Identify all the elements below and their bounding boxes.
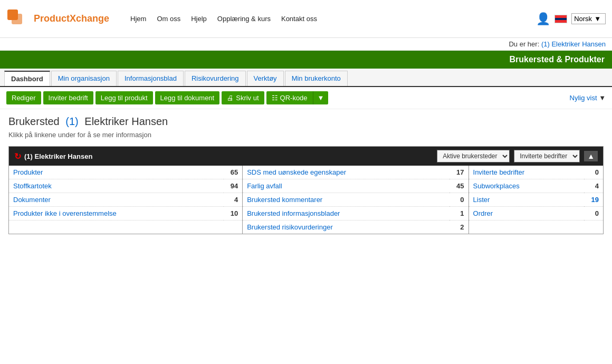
farlig-avfall-link[interactable]: Farlig avfall <box>247 182 282 190</box>
rediger-button[interactable]: Rediger <box>6 91 41 104</box>
inviterte-bedrifter-select[interactable]: Inviterte bedrifter <box>514 150 580 162</box>
tab-informasjonsblad[interactable]: Informasjonsblad <box>118 71 184 86</box>
page-title-number[interactable]: (1) <box>65 116 78 127</box>
logo: ProductXchange <box>6 8 109 30</box>
nav-hjelp[interactable]: Hjelp <box>191 15 207 23</box>
risikovurderinger-value: 2 <box>450 221 468 234</box>
kommentarer-link[interactable]: Brukersted kommentarer <box>247 196 322 204</box>
aktive-brukersteder-select[interactable]: Aktive brukersteder <box>437 150 510 162</box>
page-subtitle: Klikk på linkene under for å se mer info… <box>8 131 604 139</box>
you-are-here-bar: Du er her: (1) Elektriker Hansen <box>0 38 612 51</box>
lang-label: Norsk <box>574 15 592 23</box>
table-header-title: ↻ (1) Elektriker Hansen <box>14 151 433 161</box>
kommentarer-value: 0 <box>450 193 468 207</box>
tab-dashbord[interactable]: Dashbord <box>4 71 50 86</box>
tab-min-brukerkonto[interactable]: Min brukerkonto <box>285 71 348 86</box>
produkter-link[interactable]: Produkter <box>13 168 43 176</box>
data-rows-table: Produkter 65 SDS med uønskede egenskaper… <box>9 166 603 234</box>
infoblad-link[interactable]: Brukersted informasjonsblader <box>247 209 340 217</box>
ordrer-link[interactable]: Ordrer <box>473 209 493 217</box>
table-row: Brukersted risikovurderinger 2 <box>9 221 603 234</box>
tab-min-organisasjon[interactable]: Min organisasjon <box>51 71 117 86</box>
recently-viewed[interactable]: Nylig vist ▼ <box>570 94 606 102</box>
logo-brand: Product <box>34 13 70 24</box>
inviter-button[interactable]: Inviter bedrift <box>43 91 93 104</box>
skriv-ut-button[interactable]: 🖨 Skriv ut <box>222 91 264 104</box>
data-table-header: ↻ (1) Elektriker Hansen Aktive brukerste… <box>9 147 603 166</box>
legg-dok-button[interactable]: Legg til dokument <box>155 91 220 104</box>
tab-bar: Dashbord Min organisasjon Informasjonsbl… <box>0 69 612 87</box>
reload-icon[interactable]: ↻ <box>14 151 21 161</box>
inviterte-link[interactable]: Inviterte bedrifter <box>473 168 525 176</box>
produkter-ikke-link[interactable]: Produkter ikke i overenstemmelse <box>13 209 117 217</box>
toolbar: Rediger Inviter bedrift Legg til produkt… <box>0 87 612 109</box>
data-container: ↻ (1) Elektriker Hansen Aktive brukerste… <box>8 146 604 234</box>
lang-select[interactable]: Norsk ▼ <box>571 13 606 24</box>
table-title-text: (1) Elektriker Hansen <box>24 152 92 160</box>
skriv-ut-label: Skriv ut <box>236 94 259 102</box>
table-row: Produkter 65 SDS med uønskede egenskaper… <box>9 166 603 179</box>
nav-hjem[interactable]: Hjem <box>130 15 146 23</box>
user-icon: 👤 <box>536 12 550 26</box>
sds-value: 17 <box>450 166 468 179</box>
page-title: Brukersted (1) Elektriker Hansen <box>8 116 604 128</box>
dokumenter-link[interactable]: Dokumenter <box>13 196 51 204</box>
chevron-down-icon: ▼ <box>594 15 601 23</box>
qr-dropdown-button[interactable]: ▼ <box>313 91 329 104</box>
recently-viewed-label: Nylig vist <box>570 94 597 102</box>
sort-button[interactable]: ▲ <box>584 151 598 161</box>
nav-omoss[interactable]: Om oss <box>157 15 180 23</box>
risikovurderinger-link[interactable]: Brukersted risikovurderinger <box>247 223 333 231</box>
qr-icon: ☷ <box>272 94 278 102</box>
infoblad-value: 1 <box>450 207 468 221</box>
sds-link[interactable]: SDS med uønskede egenskaper <box>247 168 346 176</box>
inviterte-value: 0 <box>584 166 603 179</box>
you-are-here-link[interactable]: (1) Elektriker Hansen <box>541 40 606 48</box>
table-row: Stoffkartotek 94 Farlig avfall 45 Subwor… <box>9 179 603 193</box>
farlig-avfall-value: 45 <box>450 179 468 193</box>
subworkplaces-link[interactable]: Subworkplaces <box>473 182 520 190</box>
lister-value: 19 <box>584 193 603 207</box>
printer-icon: 🖨 <box>227 94 234 102</box>
logo-brand2: Xchange <box>70 13 109 24</box>
flag-icon <box>554 15 567 23</box>
table-row: Dokumenter 4 Brukersted kommentarer 0 Li… <box>9 193 603 207</box>
header: ProductXchange Hjem Om oss Hjelp Opplæri… <box>0 0 612 38</box>
svg-rect-1 <box>12 14 22 24</box>
tab-risikovurdering[interactable]: Risikovurdering <box>185 71 246 86</box>
tab-verktoy[interactable]: Verktøy <box>247 71 284 86</box>
title-bar-text: Brukersted & Produkter <box>510 55 605 64</box>
header-right: 👤 Norsk ▼ <box>536 12 606 26</box>
dokumenter-value: 4 <box>224 193 243 207</box>
nav-opplaring[interactable]: Opplæring & kurs <box>217 15 271 23</box>
main-content: Brukersted (1) Elektriker Hansen Klikk p… <box>0 109 612 241</box>
lister-link[interactable]: Lister <box>473 196 490 204</box>
stoffkartotek-value: 94 <box>224 179 243 193</box>
nav-kontakt[interactable]: Kontakt oss <box>281 15 317 23</box>
produkter-ikke-value: 10 <box>224 207 243 221</box>
qr-kode-label: QR-kode <box>280 94 308 102</box>
title-bar: Brukersted & Produkter <box>0 51 612 69</box>
logo-icon <box>6 8 31 30</box>
page-title-prefix: Brukersted <box>8 116 60 127</box>
page-title-name: Elektriker Hansen <box>84 116 168 127</box>
qr-kode-button[interactable]: ☷ QR-kode <box>266 91 313 104</box>
ordrer-value: 0 <box>584 207 603 221</box>
subworkplaces-value: 4 <box>584 179 603 193</box>
stoffkartotek-link[interactable]: Stoffkartotek <box>13 182 52 190</box>
qr-button-group: ☷ QR-kode ▼ <box>266 91 329 104</box>
you-are-here-label: Du er her: <box>509 40 539 48</box>
legg-produkt-button[interactable]: Legg til produkt <box>95 91 153 104</box>
main-nav: Hjem Om oss Hjelp Opplæring & kurs Konta… <box>130 15 536 23</box>
logo-text: ProductXchange <box>34 13 109 24</box>
produkter-value: 65 <box>224 166 243 179</box>
table-row: Produkter ikke i overenstemmelse 10 Bruk… <box>9 207 603 221</box>
